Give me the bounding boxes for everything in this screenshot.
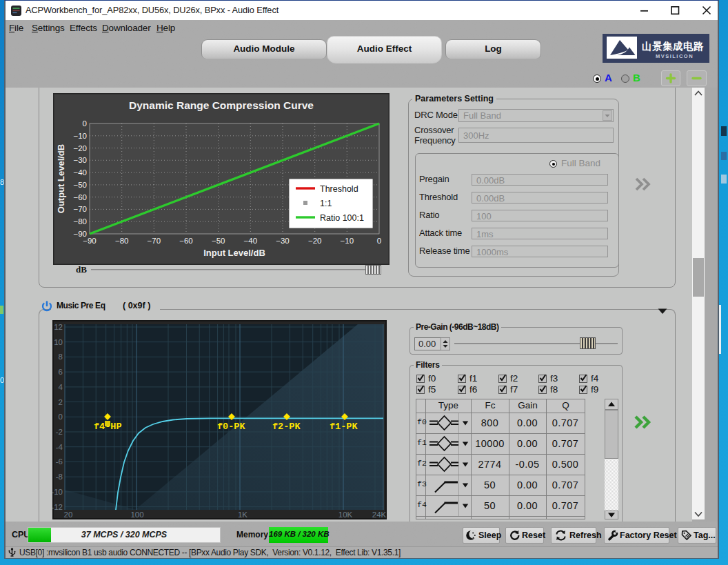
- svg-text:Dynamic Range Compression Curv: Dynamic Range Compression Curve: [129, 99, 314, 111]
- svg-text:10: 10: [54, 338, 63, 346]
- svg-text:−50: −50: [73, 181, 87, 189]
- svg-text:−80: −80: [115, 237, 129, 245]
- svg-text:4: 4: [59, 383, 63, 391]
- svg-text:20: 20: [64, 511, 73, 519]
- svg-text:−60: −60: [73, 193, 87, 201]
- svg-text:−40: −40: [244, 237, 258, 245]
- svg-text:−60: −60: [179, 237, 193, 245]
- svg-text:2: 2: [59, 398, 63, 406]
- svg-text:12: 12: [54, 323, 63, 331]
- svg-text:100: 100: [130, 511, 143, 519]
- svg-text:Threshold: Threshold: [320, 184, 358, 194]
- svg-text:6: 6: [59, 368, 63, 376]
- svg-text:1:1: 1:1: [320, 199, 332, 208]
- svg-text:−90: −90: [83, 237, 97, 245]
- svg-text:Ratio 100:1: Ratio 100:1: [320, 213, 364, 223]
- svg-text:−40: −40: [73, 168, 87, 177]
- svg-text:0: 0: [59, 413, 63, 421]
- svg-text:-6: -6: [56, 457, 63, 466]
- svg-text:−50: −50: [212, 237, 225, 245]
- svg-text:-12: -12: [52, 503, 63, 511]
- svg-text:−70: −70: [148, 237, 161, 245]
- svg-text:1K: 1K: [238, 511, 247, 519]
- svg-text:f2-PK: f2-PK: [272, 422, 301, 432]
- svg-text:−80: −80: [73, 217, 87, 226]
- svg-text:8: 8: [59, 353, 63, 361]
- svg-text:−20: −20: [308, 237, 322, 245]
- svg-text:0: 0: [377, 237, 381, 245]
- svg-text:Input Level/dB: Input Level/dB: [203, 248, 265, 258]
- svg-text:-10: -10: [52, 488, 63, 496]
- svg-text:Output Level/dB: Output Level/dB: [56, 144, 66, 213]
- svg-text:−30: −30: [73, 156, 87, 164]
- svg-text:f1-PK: f1-PK: [330, 422, 358, 432]
- svg-text:-2: -2: [56, 428, 63, 436]
- svg-text:−10: −10: [341, 237, 354, 245]
- svg-text:−10: −10: [73, 132, 87, 140]
- svg-text:−70: −70: [73, 205, 87, 213]
- svg-text:-4: -4: [56, 443, 63, 451]
- svg-text:−20: −20: [73, 144, 87, 152]
- svg-text:-8: -8: [56, 473, 63, 481]
- svg-text:0: 0: [83, 119, 87, 128]
- svg-text:f0-PK: f0-PK: [217, 422, 245, 432]
- svg-text:24K: 24K: [372, 511, 387, 519]
- svg-text:10K: 10K: [338, 511, 353, 519]
- svg-text:−30: −30: [276, 237, 290, 245]
